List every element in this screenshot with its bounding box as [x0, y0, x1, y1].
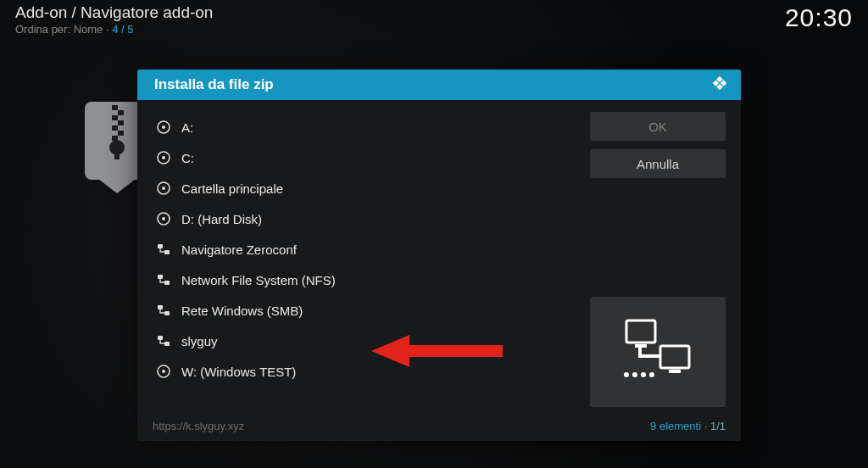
- item-count: 9 elementi · 1/1: [650, 420, 726, 432]
- list-item-slyguy[interactable]: slyguy: [153, 326, 575, 356]
- preview-panel: [590, 297, 726, 407]
- svg-rect-24: [158, 336, 163, 340]
- svg-rect-1: [112, 105, 118, 110]
- svg-rect-9: [114, 148, 120, 159]
- svg-rect-29: [635, 344, 647, 348]
- svg-rect-22: [158, 305, 163, 309]
- network-computers-icon: [611, 314, 704, 390]
- dialog-titlebar: Installa da file zip: [137, 70, 741, 100]
- clock: 20:30: [785, 3, 853, 32]
- list-item-label: Network File System (NFS): [181, 273, 336, 287]
- svg-rect-30: [660, 346, 689, 368]
- install-from-zip-dialog: Installa da file zip A: C: Cartella prin…: [137, 70, 741, 441]
- disk-icon: [156, 364, 171, 379]
- cancel-button[interactable]: Annulla: [590, 149, 726, 178]
- svg-rect-3: [112, 115, 118, 120]
- app-header: Add-on / Navigatore add-on Ordina per: N…: [0, 0, 868, 41]
- svg-rect-28: [626, 320, 655, 343]
- list-item-label: Navigatore Zeroconf: [181, 242, 297, 257]
- current-path: https://k.slyguy.xyz: [153, 420, 244, 432]
- list-item[interactable]: A:: [153, 112, 575, 142]
- network-icon: [156, 333, 171, 348]
- list-item-label: slyguy: [181, 334, 218, 348]
- disk-icon: [156, 120, 171, 135]
- svg-point-34: [641, 372, 646, 377]
- svg-point-17: [162, 217, 165, 220]
- list-item-label: Rete Windows (SMB): [181, 304, 303, 318]
- list-item[interactable]: Network File System (NFS): [153, 265, 575, 295]
- disk-icon: [156, 150, 171, 165]
- network-icon: [156, 272, 171, 287]
- svg-point-35: [649, 372, 654, 377]
- disk-icon: [156, 211, 171, 226]
- network-icon: [156, 242, 171, 257]
- svg-rect-20: [158, 275, 163, 279]
- list-item[interactable]: D: (Hard Disk): [153, 203, 575, 234]
- svg-rect-2: [118, 110, 124, 115]
- breadcrumb: Add-on / Navigatore add-on: [15, 3, 213, 22]
- list-position: 4 / 5: [112, 23, 133, 36]
- svg-rect-5: [112, 125, 118, 131]
- svg-point-11: [162, 125, 165, 129]
- ok-button[interactable]: OK: [590, 112, 726, 141]
- list-item-label: A:: [181, 120, 193, 135]
- svg-rect-19: [164, 250, 170, 254]
- list-item[interactable]: Cartella principale: [153, 173, 575, 203]
- list-item[interactable]: C:: [153, 142, 575, 173]
- list-item-label: W: (Windows TEST): [181, 365, 296, 379]
- svg-point-32: [624, 372, 629, 377]
- svg-rect-6: [118, 131, 124, 136]
- dialog-footer: https://k.slyguy.xyz 9 elementi · 1/1: [137, 415, 741, 441]
- disk-icon: [156, 181, 171, 196]
- svg-rect-4: [118, 120, 124, 125]
- list-item-label: D: (Hard Disk): [181, 212, 262, 226]
- svg-rect-25: [164, 342, 170, 346]
- svg-point-15: [162, 187, 165, 190]
- svg-point-27: [162, 370, 165, 373]
- list-item-label: C:: [181, 151, 194, 165]
- sort-label: Ordina per: Nome: [15, 23, 103, 36]
- svg-rect-18: [158, 244, 163, 248]
- sort-line: Ordina per: Nome · 4 / 5: [15, 23, 213, 36]
- list-item[interactable]: W: (Windows TEST): [153, 356, 575, 387]
- list-item[interactable]: Navigatore Zeroconf: [153, 234, 575, 265]
- svg-rect-38: [638, 354, 655, 358]
- file-browser-list[interactable]: A: C: Cartella principale D: (Hard Disk)…: [153, 112, 575, 415]
- dialog-title: Installa da file zip: [154, 76, 274, 93]
- kodi-logo-icon: [710, 74, 729, 96]
- network-icon: [156, 303, 171, 318]
- svg-point-13: [162, 156, 165, 159]
- list-item[interactable]: Rete Windows (SMB): [153, 295, 575, 326]
- svg-rect-21: [164, 281, 170, 285]
- list-item-label: Cartella principale: [181, 181, 283, 196]
- svg-rect-23: [164, 311, 170, 315]
- svg-point-33: [632, 372, 637, 377]
- svg-rect-31: [669, 370, 681, 373]
